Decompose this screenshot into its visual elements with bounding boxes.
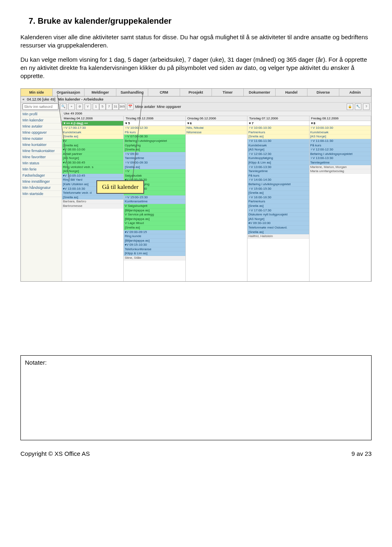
view-7[interactable]: 7: [106, 103, 112, 110]
calendar-event[interactable]: Tannlegetime: [124, 156, 185, 161]
calendar-event[interactable]: Oppfølging: [124, 143, 185, 148]
calendar-event[interactable]: ♀V 17:00-17:30: [62, 126, 123, 130]
top-tab-samhandling[interactable]: Samhandling: [116, 89, 148, 96]
calendar-event[interactable]: ♀V 13:00-13:30: [310, 156, 371, 161]
lock-icon[interactable]: 🔒: [347, 103, 353, 110]
sidebar-item-fødselsdager[interactable]: Fødselsdager: [21, 173, 62, 179]
calendar-event[interactable]: Kundebesøk: [247, 143, 309, 148]
day-column[interactable]: ♀V 10:00-12:30På kurs♀V 07:00-08:30Befar…: [124, 126, 185, 281]
calendar-event[interactable]: Befaring i utviklingsprosjektet: [310, 152, 371, 157]
calendar-event[interactable]: [AS Norge]: [310, 135, 371, 139]
view-365[interactable]: 365: [119, 103, 125, 110]
calendar-event[interactable]: ♀V 09:30: [124, 152, 185, 157]
calendar-event[interactable]: [Biljardsjappa as]: [124, 208, 185, 213]
calendar-event[interactable]: ♦V: [62, 139, 123, 143]
calendar-event[interactable]: ♀V 15:00-15:30: [247, 187, 309, 191]
day-column[interactable]: ♀V 17:00-17:30Kundebesøk[Snella as]♦V[Sn…: [62, 126, 124, 281]
sidebar-item-min-håndsignatur[interactable]: Min håndsignatur: [21, 185, 62, 191]
calendar-event[interactable]: Stine, Ståle: [124, 256, 185, 260]
calendar-event[interactable]: Barbromesse: [62, 204, 123, 208]
calendar-event[interactable]: ♀V 11:00-11:30: [247, 139, 309, 143]
calendar-event[interactable]: [AS Norge]: [247, 217, 309, 222]
top-tab-crm[interactable]: CRM: [148, 89, 180, 96]
calendar-event[interactable]: [Snella as]: [247, 230, 309, 235]
add-icon[interactable]: +: [68, 103, 75, 110]
day-column[interactable]: ♀V 10:00-10:30Kundebesøk[AS Norge]♀V 11:…: [310, 126, 371, 281]
calendar-event[interactable]: [Snella as]: [62, 143, 123, 148]
wrench-icon[interactable]: 🔧: [355, 103, 361, 110]
calendar-event[interactable]: [Snella as]: [124, 165, 185, 170]
help-icon[interactable]: ?: [363, 103, 370, 110]
top-tab-handel[interactable]: Handel: [276, 89, 307, 96]
day-number[interactable]: ▾ 5: [124, 121, 185, 126]
calendar-event[interactable]: [Snella as]: [62, 195, 123, 200]
top-tab-prosjekt[interactable]: Prosjekt: [180, 89, 212, 96]
calendar-event[interactable]: [AS Norge]: [62, 169, 123, 174]
calendar-event[interactable]: [Snella as]: [247, 135, 309, 139]
calendar-event[interactable]: ♀V 10:00-10:30: [310, 126, 371, 130]
filter-avtaler[interactable]: Mine avtaler: [135, 105, 155, 109]
calendar-event[interactable]: [Biljardsjappa as]: [124, 217, 185, 222]
calendar-event[interactable]: [Klipp & Lim as]: [247, 161, 309, 165]
top-tab-dokumenter[interactable]: Dokumenter: [244, 89, 276, 96]
sidebar-item-min-profil[interactable]: Min profil: [21, 111, 62, 117]
view-5[interactable]: 5: [99, 103, 106, 110]
calendar-event[interactable]: Kundebesøk: [62, 130, 123, 135]
calendar-event[interactable]: ♀V 16:00-16:30: [247, 195, 309, 200]
calendar-event[interactable]: ♀V 07:00-08:30: [124, 135, 185, 139]
sidebar-item-min-ferie[interactable]: Min ferie: [21, 166, 62, 173]
calendar-event[interactable]: Diskutere nytt boligprosjekt: [247, 213, 309, 217]
search-input[interactable]: [22, 103, 58, 110]
calendar-event[interactable]: ♀V 14:00-14:30: [247, 178, 309, 182]
calendar-event[interactable]: ♀V 12:00-12:30: [310, 148, 371, 152]
calendar-event[interactable]: [Snella as]: [247, 204, 309, 208]
calendar-event[interactable]: Befaring i utviklingsprosjektet: [247, 182, 309, 187]
top-tab-min-side[interactable]: Min side: [21, 89, 53, 96]
calendar-event[interactable]: ♦V 09:30-10:00: [247, 221, 309, 226]
calendar-event[interactable]: Konferansetime: [124, 200, 185, 204]
day-number[interactable]: ▾ 6: [186, 121, 247, 126]
sidebar-item-mine-avtaler[interactable]: Mine avtaler: [21, 123, 62, 130]
sidebar-item-mine-oppgaver[interactable]: Mine oppgaver: [21, 130, 62, 136]
calendar-event[interactable]: ♀V 12:00-12:30: [247, 152, 309, 157]
calendar-icon[interactable]: 📅: [127, 103, 134, 110]
calendar-event[interactable]: Barbara, Barbro: [62, 200, 123, 204]
calendar-event[interactable]: Marlene, Marion, Morgan: [310, 165, 371, 170]
calendar-event[interactable]: Kundebesøk: [310, 130, 371, 135]
day-number[interactable]: ▾ 8: [310, 121, 371, 126]
calendar-event[interactable]: [Snella as]: [247, 191, 309, 195]
calendar-event[interactable]: [Biljardsjappa as]: [124, 239, 185, 243]
view-31[interactable]: 31: [112, 103, 119, 110]
top-tab-meldinger[interactable]: Meldinger: [85, 89, 116, 96]
calendar-event[interactable]: Ring verksted vedr. s: [62, 165, 123, 170]
sidebar-item-mine-firmakontakter[interactable]: Mine firmakontakter: [21, 148, 62, 154]
calendar-event[interactable]: [Snella as]: [124, 148, 185, 152]
calendar-event[interactable]: ♦V 08:30-08:45: [62, 161, 123, 165]
sidebar-item-min-kalender[interactable]: Min kalender: [21, 117, 62, 123]
sidebar-item-min-startside[interactable]: Min startside: [21, 191, 62, 197]
calendar-event[interactable]: V Salgsbudsjett: [124, 204, 185, 208]
top-tab-admin[interactable]: Admin: [339, 89, 371, 96]
refresh-icon[interactable]: Y: [85, 103, 91, 110]
calendar-event[interactable]: ♀V 10:00-12:30: [124, 126, 185, 130]
calendar-event[interactable]: Partnerkurs: [247, 130, 309, 135]
sidebar-item-min-status[interactable]: Min status: [21, 160, 62, 166]
calendar-event[interactable]: V Lage tilbud: [124, 221, 185, 226]
calendar-event[interactable]: ♦V 08:00-10:00: [62, 148, 123, 152]
calendar-event[interactable]: ♀V 11:00-11:30: [310, 139, 371, 143]
calendar-event[interactable]: Partnerkurs: [247, 200, 309, 204]
calendar-event[interactable]: ♀V 13:00-13:30: [247, 165, 309, 170]
calendar-event[interactable]: Avtalt partner: [62, 152, 123, 157]
calendar-event[interactable]: [AS Norge]: [247, 148, 309, 152]
calendar-event[interactable]: Hallfrid, Hallstein: [247, 234, 309, 239]
top-tab-diverse[interactable]: Diverse: [307, 89, 339, 96]
sidebar-item-mine-innstillinger[interactable]: Mine innstillinger: [21, 179, 62, 185]
calendar-event[interactable]: ♀V 17:00-17:30: [247, 208, 309, 213]
nav-prev-icon[interactable]: «: [22, 97, 24, 101]
day-number[interactable]: ▾ 7: [247, 121, 309, 126]
calendar-event[interactable]: ♀V 15:00-15:30: [124, 195, 185, 200]
calendar-event[interactable]: [AS Norge]: [62, 156, 123, 161]
calendar-event[interactable]: Kundeoppfølging: [247, 156, 309, 161]
calendar-event[interactable]: På kurs: [310, 143, 371, 148]
calendar-event[interactable]: ♦V 09:00-09:15: [124, 230, 185, 235]
